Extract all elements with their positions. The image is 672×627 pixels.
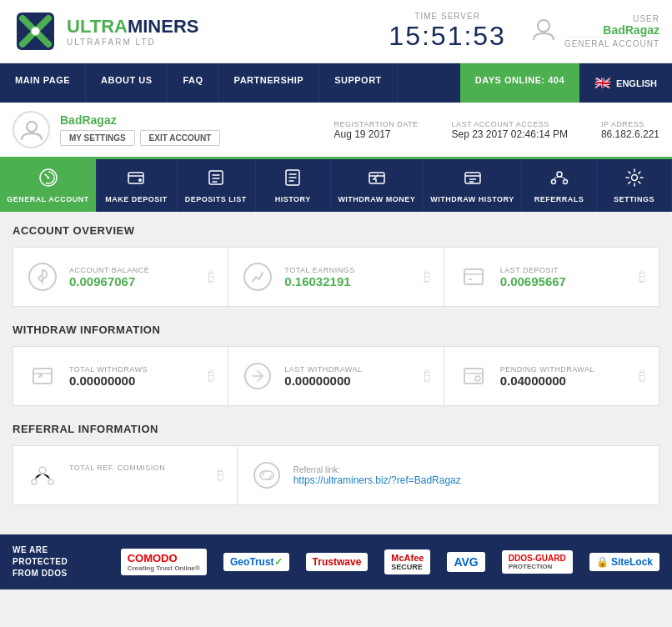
tab-referrals[interactable]: REFERRALS	[522, 159, 597, 212]
account-overview-cards: ACCOUNT BALANCE 0.00967067 ₿ TOTAL EARNI…	[13, 247, 659, 307]
tab-history[interactable]: HISTORY	[256, 159, 331, 212]
last-deposit-body: LAST DEPOSIT 0.00695667	[500, 266, 632, 288]
brand-name: ULTRAMINERS	[67, 16, 198, 38]
tab-history-label: HISTORY	[275, 195, 311, 203]
earnings-body: TOTAL EARNINGS 0.16032191	[284, 266, 416, 288]
account-overview-title: ACCOUNT OVERVIEW	[13, 224, 659, 237]
ip-label: IP ADRESS	[601, 120, 659, 128]
withdraw-icon	[367, 168, 387, 192]
tab-general-account[interactable]: GENERAL ACCOUNT	[0, 159, 97, 212]
gen-account-label: GENERAL ACCOUNT	[564, 37, 659, 48]
total-withdraws-card: TOTAL WITHDRAWS 0.00000000 ₿	[13, 347, 228, 405]
ref-commission-value	[69, 472, 210, 487]
pending-withdrawal-value: 0.04000000	[500, 374, 632, 388]
time-label: TIME SERVER	[389, 12, 506, 21]
total-withdraws-value: 0.00000000	[69, 374, 201, 388]
ref-commission-btc: ₿	[217, 467, 224, 484]
ref-link-body: Referral link: https://ultraminers.biz/?…	[293, 465, 646, 486]
total-withdraws-body: TOTAL WITHDRAWS 0.00000000	[69, 365, 201, 388]
tab-deposits-label: DEPOSITS LIST	[185, 195, 247, 203]
last-withdrawal-card: LAST WITHDRAWAL 0.00000000 ₿	[228, 347, 444, 405]
last-withdrawal-btc: ₿	[424, 368, 431, 385]
total-withdraws-btc: ₿	[208, 368, 215, 385]
user-bar-meta: REGISTARTION DATE Aug 19 2017 LAST ACCOU…	[333, 120, 659, 140]
svg-point-8	[138, 178, 142, 182]
nav-support[interactable]: SUPPORT	[319, 63, 398, 103]
reg-date-label: REGISTARTION DATE	[333, 120, 418, 128]
user-avatar	[13, 111, 50, 148]
tab-deposits-list[interactable]: DEPOSITS LIST	[177, 159, 256, 212]
last-access-label: LAST ACCOUNT ACCESS	[451, 120, 567, 128]
user-bar-buttons: MY SETTINGS EXIT ACCOUNT	[60, 130, 220, 146]
tab-withdraw-history[interactable]: WITHDRAW HISTORY	[424, 159, 522, 212]
nav-language[interactable]: 🇬🇧 ENGLISH	[579, 63, 672, 103]
svg-point-26	[475, 376, 480, 381]
ref-link-value[interactable]: https://ultraminers.biz/?ref=BadRagaz	[293, 474, 646, 486]
tab-settings[interactable]: SETTINGS	[597, 159, 672, 212]
list-icon	[206, 168, 226, 192]
nav-bar: MAIN PAGE ABOUT US FAQ PARTNERSHIP SUPPO…	[0, 63, 672, 103]
ref-link-icon	[250, 459, 283, 492]
footer-geotrust-badge: GeoTrust✓	[223, 553, 289, 571]
svg-rect-25	[464, 369, 483, 384]
logo-icon	[13, 8, 58, 54]
balance-body: ACCOUNT BALANCE 0.00967067	[69, 266, 201, 288]
time-value: 15:51:53	[389, 21, 506, 52]
brand-sub: ULTRAFARM LTD	[67, 38, 198, 47]
brand-ultra: ULTRA	[67, 16, 128, 37]
tab-wdhistory-label: WITHDRAW HISTORY	[430, 195, 514, 203]
exit-account-button[interactable]: EXIT ACCOUNT	[140, 130, 221, 146]
nav-faq[interactable]: FAQ	[168, 63, 218, 103]
tab-withdraw-money[interactable]: WITHDRAW MONEY	[331, 159, 424, 212]
nav-main-page[interactable]: MAIN PAGE	[0, 63, 86, 103]
header-username: BadRagaz	[564, 23, 659, 37]
tab-settings-label: SETTINGS	[614, 195, 654, 203]
total-earnings-card: TOTAL EARNINGS 0.16032191 ₿	[228, 248, 444, 306]
last-deposit-btc-symbol: ₿	[639, 268, 646, 286]
svg-point-4	[538, 20, 549, 32]
balance-label: ACCOUNT BALANCE	[69, 266, 201, 274]
ref-commission-label: TOTAL REF. COMMISION	[69, 464, 210, 472]
tab-deposit-label: MAKE DEPOSIT	[105, 195, 168, 203]
svg-rect-7	[128, 173, 143, 183]
user-label: USER	[564, 14, 659, 23]
tab-make-deposit[interactable]: MAKE DEPOSIT	[97, 159, 176, 212]
footer: WE ARE PROTECTED FROM DDOS COMODO Creati…	[0, 534, 672, 589]
total-withdraws-icon	[26, 359, 59, 393]
earnings-label: TOTAL EARNINGS	[284, 266, 416, 274]
referral-info-cards: TOTAL REF. COMMISION ₿ Referral link: ht…	[13, 445, 659, 505]
nav-about-us[interactable]: ABOUT US	[86, 63, 168, 103]
nav-partnership[interactable]: PARTNERSHIP	[219, 63, 320, 103]
pending-withdrawal-card: PENDING WITHDRAWAL 0.04000000 ₿	[444, 347, 659, 405]
svg-rect-22	[464, 269, 483, 284]
last-deposit-value: 0.00695667	[500, 274, 632, 288]
account-balance-card: ACCOUNT BALANCE 0.00967067 ₿	[13, 248, 228, 306]
language-label: ENGLISH	[616, 78, 657, 88]
svg-rect-11	[369, 173, 384, 183]
user-bar: BadRagaz MY SETTINGS EXIT ACCOUNT REGIST…	[0, 103, 672, 159]
svg-point-28	[32, 479, 37, 484]
svg-point-5	[27, 122, 37, 132]
user-info: USER BadRagaz GENERAL ACCOUNT	[564, 14, 659, 48]
nav-days-online: DAYS ONLINE: 404	[460, 63, 579, 103]
pending-withdrawal-icon	[457, 359, 490, 393]
user-bar-username: BadRagaz	[60, 113, 220, 127]
svg-point-6	[47, 177, 49, 179]
footer-comodo-badge: COMODO Creating Trust Online®	[121, 549, 207, 575]
my-settings-button[interactable]: MY SETTINGS	[60, 130, 135, 146]
last-withdrawal-value: 0.00000000	[284, 374, 416, 388]
footer-sitelock-badge: 🔒 SiteLock	[589, 553, 659, 571]
svg-point-17	[563, 180, 567, 184]
referral-info-title: REFERRAL INFORMATION	[13, 423, 659, 435]
svg-point-15	[557, 172, 562, 177]
svg-point-30	[254, 463, 279, 488]
footer-mcafee-badge: McAfee SECURE	[384, 549, 430, 574]
svg-point-29	[48, 479, 53, 484]
footer-protected-text: WE ARE PROTECTED FROM DDOS	[13, 544, 104, 579]
withdraw-info-title: WITHDRAW INFORMATION	[13, 324, 659, 336]
ref-commission-body: TOTAL REF. COMMISION	[69, 464, 210, 487]
speedometer-icon	[38, 168, 58, 192]
balance-icon	[26, 260, 59, 293]
user-avatar-icon	[531, 17, 556, 47]
last-access-item: LAST ACCOUNT ACCESS Sep 23 2017 02:46:14…	[451, 120, 567, 140]
